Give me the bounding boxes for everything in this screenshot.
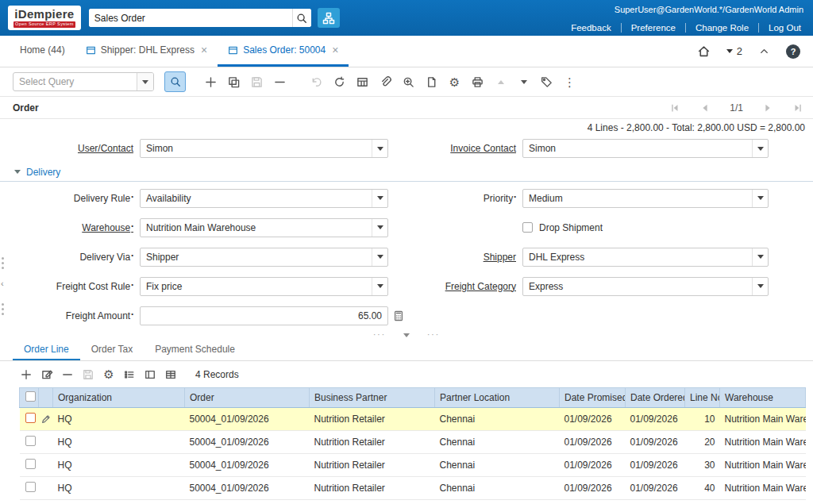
last-record-button[interactable] — [792, 102, 803, 113]
attachment-button[interactable] — [374, 71, 397, 92]
collapse-panel-button[interactable] — [140, 365, 160, 384]
shipper-label[interactable]: Shipper — [392, 252, 522, 263]
freight-amount-field[interactable]: 65.00 — [140, 306, 388, 325]
warehouse-label[interactable]: Warehouse — [13, 222, 140, 233]
more-actions-button[interactable]: ⋮ — [558, 71, 581, 92]
freight-category-field[interactable]: Express — [522, 277, 769, 296]
close-icon[interactable]: × — [201, 44, 207, 56]
order-line-row[interactable]: HQ50004_01/09/2026Nutrition RetailerChen… — [20, 454, 806, 477]
feedback-link[interactable]: Feedback — [561, 23, 621, 33]
delete-line-button[interactable] — [57, 365, 78, 384]
tab-order-line[interactable]: Order Line — [13, 340, 80, 360]
west-splitter-grip[interactable] — [2, 303, 4, 315]
west-splitter-collapse-button[interactable]: ‹ — [1, 279, 4, 288]
tab-order-tax[interactable]: Order Tax — [80, 340, 144, 360]
previous-record-button[interactable] — [699, 102, 711, 113]
section-delivery[interactable]: Delivery — [0, 163, 813, 182]
save-button[interactable] — [245, 71, 268, 92]
delivery-rule-dropdown-button[interactable] — [372, 190, 387, 207]
col-header-business-partner[interactable]: Business Partner — [310, 388, 435, 408]
col-header-date-ordered[interactable]: Date Ordered — [626, 388, 685, 408]
edit-line-button[interactable] — [37, 365, 57, 384]
col-header-date-promised[interactable]: Date Promised — [560, 388, 626, 408]
tab-home[interactable]: Home (44) — [10, 36, 75, 67]
tab-sales-order[interactable]: Sales Order: 50004 × — [218, 36, 349, 67]
order-line-row[interactable]: HQ50004_01/09/2026Nutrition RetailerChen… — [20, 431, 806, 454]
shipper-field[interactable]: DHL Express — [522, 248, 769, 267]
print-button[interactable] — [466, 71, 489, 92]
order-line-row[interactable]: HQ50004_01/09/2026Nutrition RetailerChen… — [20, 477, 806, 500]
select-query-combo[interactable]: Select Query — [13, 72, 154, 91]
find-record-button[interactable] — [164, 71, 186, 92]
delivery-rule-field[interactable]: Availability — [140, 189, 388, 208]
preference-link[interactable]: Preference — [621, 23, 685, 33]
col-header-organization[interactable]: Organization — [53, 388, 185, 408]
warehouse-dropdown-button[interactable] — [372, 219, 387, 237]
next-record-button[interactable] — [762, 102, 773, 113]
log-out-link[interactable]: Log Out — [758, 23, 803, 33]
invoice-contact-dropdown-button[interactable] — [752, 140, 768, 157]
first-record-button[interactable] — [669, 102, 680, 113]
warehouse-field[interactable]: Nutrition Main Warehouse — [140, 218, 388, 237]
new-line-button[interactable] — [16, 365, 37, 384]
shipper-dropdown-button[interactable] — [752, 248, 768, 266]
freight-cost-rule-field[interactable]: Fix price — [140, 277, 388, 296]
row-edit-cell[interactable] — [39, 408, 53, 431]
freight-category-label[interactable]: Freight Category — [392, 281, 522, 292]
new-record-button[interactable] — [199, 71, 222, 92]
user-contact-label[interactable]: User/Contact — [13, 143, 140, 154]
col-header-line-no[interactable]: Line No — [685, 388, 720, 408]
refresh-button[interactable] — [328, 71, 351, 92]
grid-toggle-button[interactable] — [351, 71, 374, 92]
splitter-collapse-icon[interactable] — [403, 333, 410, 337]
home-button[interactable] — [697, 44, 711, 58]
row-select-checkbox[interactable] — [25, 459, 36, 469]
user-contact-field[interactable]: Simon — [140, 139, 388, 158]
freight-category-dropdown-button[interactable] — [752, 278, 768, 295]
collapse-header-button[interactable] — [758, 45, 770, 57]
drop-shipment-checkbox[interactable] — [522, 222, 533, 233]
grid-customize-button[interactable]: ⚙ — [98, 365, 119, 384]
order-line-row[interactable]: HQ50004_01/09/2026Nutrition RetailerChen… — [20, 408, 806, 431]
row-select-checkbox[interactable] — [25, 413, 36, 423]
tab-shipper[interactable]: Shipper: DHL Express × — [75, 36, 218, 67]
report-button[interactable] — [420, 71, 443, 92]
select-query-dropdown-button[interactable] — [137, 73, 153, 90]
calculator-button[interactable] — [393, 310, 404, 321]
arrow-up-button[interactable] — [489, 71, 512, 92]
row-select-checkbox[interactable] — [25, 436, 36, 446]
sitemap-menu-button[interactable] — [318, 8, 340, 28]
invoice-contact-label[interactable]: Invoice Contact — [392, 143, 522, 154]
quick-entry-button[interactable] — [119, 365, 140, 384]
open-windows-dropdown[interactable]: 2 — [726, 45, 742, 57]
col-header-warehouse[interactable]: Warehouse — [720, 388, 806, 408]
select-all-checkbox[interactable] — [25, 391, 36, 402]
tab-payment-schedule[interactable]: Payment Schedule — [144, 340, 246, 360]
priority-field[interactable]: Medium — [522, 189, 769, 208]
priority-dropdown-button[interactable] — [752, 190, 768, 207]
zoom-across-button[interactable] — [397, 71, 420, 92]
search-button[interactable] — [292, 9, 311, 27]
row-select-checkbox[interactable] — [25, 482, 36, 492]
change-role-link[interactable]: Change Role — [685, 23, 758, 33]
toggle-grid-button[interactable] — [160, 365, 181, 384]
col-header-order[interactable]: Order — [185, 388, 310, 408]
arrow-down-button[interactable] — [512, 71, 535, 92]
invoice-contact-field[interactable]: Simon — [522, 139, 769, 158]
help-button[interactable]: ? — [786, 44, 800, 59]
label-button[interactable] — [535, 71, 558, 92]
delete-record-button[interactable] — [268, 71, 291, 92]
save-line-button[interactable] — [78, 365, 98, 384]
col-header-partner-location[interactable]: Partner Location — [435, 388, 560, 408]
close-icon[interactable]: × — [332, 44, 338, 56]
delivery-via-field[interactable]: Shipper — [140, 248, 388, 267]
process-button[interactable]: ⚙ — [443, 71, 466, 92]
copy-record-button[interactable] — [222, 71, 245, 92]
global-search-input[interactable] — [89, 9, 292, 27]
user-contact-dropdown-button[interactable] — [372, 140, 387, 157]
west-splitter-grip[interactable] — [2, 257, 4, 269]
freight-cost-rule-dropdown-button[interactable] — [372, 278, 387, 295]
delivery-via-dropdown-button[interactable] — [372, 248, 387, 266]
undo-button[interactable] — [305, 71, 328, 92]
horizontal-splitter[interactable]: ··· ··· — [0, 330, 813, 340]
